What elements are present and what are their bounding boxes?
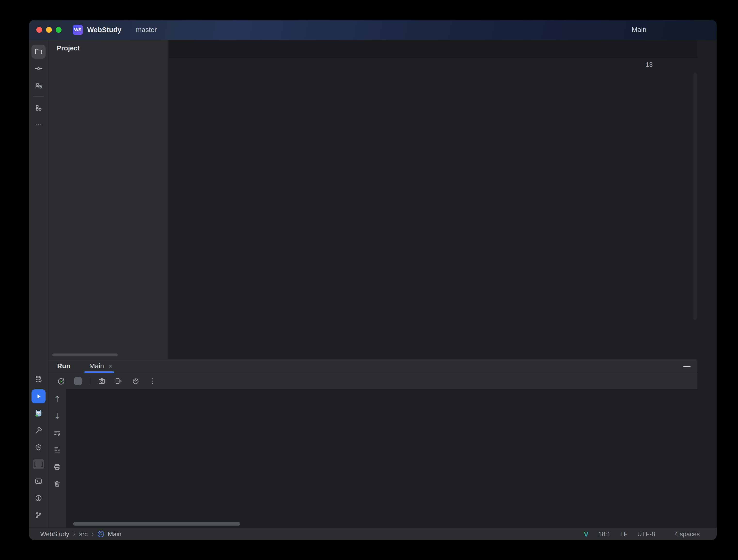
title-bar: WS WebStudy master Main: [29, 20, 717, 40]
stop-icon[interactable]: [73, 376, 83, 386]
warning-count: 13: [646, 61, 653, 69]
scroll-to-end-icon[interactable]: [52, 445, 62, 455]
run-tool-window-icon[interactable]: [31, 389, 46, 403]
more-options-icon[interactable]: [147, 376, 158, 386]
run-config-name: Main: [632, 26, 646, 34]
frames-icon[interactable]: [ ]: [31, 457, 46, 471]
chevron-right-icon: ›: [73, 530, 75, 538]
breadcrumb: WebStudy › src › C Main: [36, 530, 121, 538]
divider: [90, 377, 90, 385]
breadcrumb-src[interactable]: src: [79, 530, 88, 538]
more-tool-windows-icon[interactable]: [31, 118, 46, 132]
project-selector[interactable]: WebStudy: [87, 26, 124, 34]
rerun-icon[interactable]: [56, 376, 66, 386]
build-icon[interactable]: [31, 423, 46, 437]
branch-selector[interactable]: master: [133, 26, 159, 34]
indent-setting[interactable]: 4 spaces: [675, 530, 700, 538]
terminal-icon[interactable]: [31, 474, 46, 488]
line-ending[interactable]: LF: [620, 530, 628, 538]
run-toolbar: [48, 373, 697, 389]
project-tree: [48, 57, 168, 58]
structure-icon[interactable]: [31, 101, 46, 115]
project-panel: Project: [48, 40, 168, 359]
soft-wrap-icon[interactable]: [52, 428, 62, 438]
ide-window: WS WebStudy master Main: [29, 20, 717, 540]
profiler-icon[interactable]: [130, 376, 141, 386]
plugin-mascot-icon[interactable]: [31, 406, 46, 421]
encoding[interactable]: UTF-8: [637, 530, 655, 538]
commit-icon[interactable]: [31, 62, 46, 76]
project-name: WebStudy: [87, 26, 121, 34]
close-icon[interactable]: ×: [108, 362, 113, 370]
problems-icon[interactable]: [31, 491, 46, 505]
console-output[interactable]: [66, 389, 697, 528]
project-folder-icon[interactable]: [31, 45, 46, 59]
run-config-selector[interactable]: Main: [629, 26, 649, 34]
project-panel-title: Project: [57, 44, 80, 52]
run-tab-main[interactable]: Main ×: [86, 359, 112, 373]
clear-console-icon[interactable]: [52, 479, 62, 489]
horizontal-scrollbar[interactable]: [52, 353, 118, 356]
inspection-widget[interactable]: 13: [642, 61, 661, 69]
run-panel: Run Main × — ↑↓: [48, 359, 697, 528]
class-icon: C: [98, 531, 104, 537]
editor-scrollbar[interactable]: [693, 73, 697, 320]
v-plugin-icon[interactable]: V: [584, 530, 589, 538]
services-icon[interactable]: [31, 440, 46, 454]
run-tab-label: Main: [89, 362, 104, 370]
export-icon[interactable]: [113, 376, 124, 386]
screenshot-icon[interactable]: [96, 376, 107, 386]
hide-panel-icon[interactable]: —: [683, 362, 691, 370]
run-panel-title: Run: [57, 362, 70, 370]
close-window-button[interactable]: [36, 27, 42, 33]
editor-tab-strip: [168, 40, 697, 58]
status-bar: WebStudy › src › C Main V 18:1 LF UTF-8 …: [29, 528, 717, 540]
code-editor[interactable]: 13: [168, 58, 697, 358]
prev-occurrence-icon[interactable]: ↑: [52, 394, 62, 404]
breadcrumb-project[interactable]: WebStudy: [40, 530, 69, 538]
breadcrumb-file[interactable]: Main: [108, 530, 121, 538]
project-logo: WS: [73, 25, 83, 35]
branch-name: master: [136, 26, 157, 34]
caret-position[interactable]: 18:1: [598, 530, 611, 538]
left-toolbar: [ ]: [29, 40, 48, 528]
chevron-right-icon: ›: [91, 530, 93, 538]
next-occurrence-icon[interactable]: ↓: [52, 411, 62, 421]
code-review-icon[interactable]: [31, 78, 46, 92]
minimize-window-button[interactable]: [46, 27, 52, 33]
horizontal-scrollbar[interactable]: [73, 522, 240, 526]
database-changes-icon[interactable]: [31, 372, 46, 386]
divider: [33, 96, 44, 97]
window-controls: [36, 27, 61, 33]
zoom-window-button[interactable]: [56, 27, 61, 33]
console-side-toolbar: ↑↓: [48, 389, 66, 528]
editor-zone: 13: [168, 40, 697, 359]
git-icon[interactable]: [31, 508, 46, 522]
print-icon[interactable]: [52, 462, 62, 472]
